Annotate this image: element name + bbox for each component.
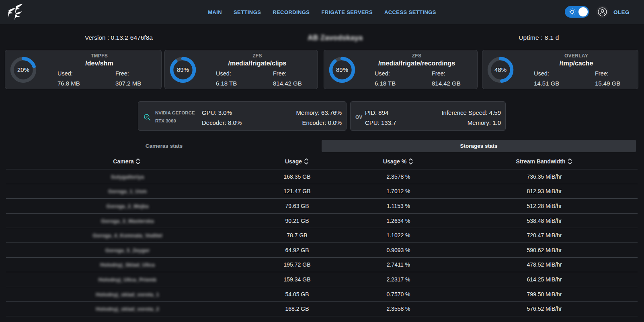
svg-text:89%: 89% bbox=[177, 66, 189, 73]
svg-text:89%: 89% bbox=[336, 66, 348, 73]
svg-text:?: ? bbox=[146, 115, 148, 119]
svg-text:48%: 48% bbox=[494, 66, 507, 73]
svg-text:20%: 20% bbox=[17, 66, 29, 73]
